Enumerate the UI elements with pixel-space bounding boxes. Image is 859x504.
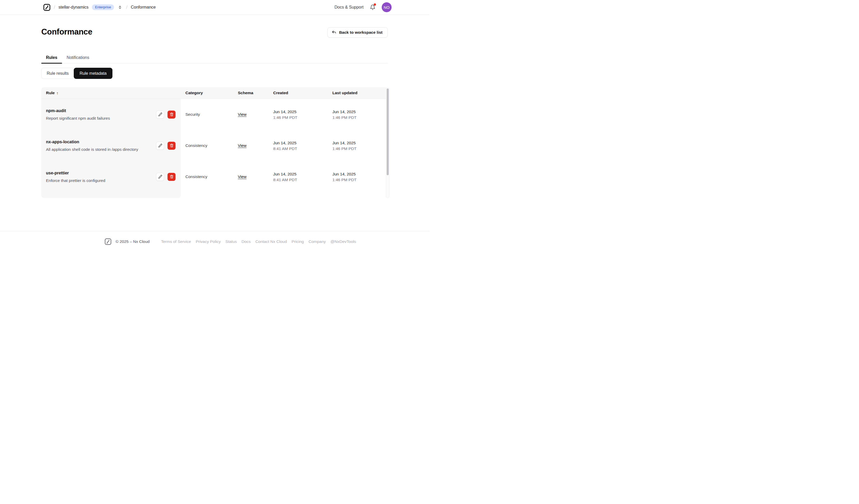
updated-time: 1:46 PM PDT — [332, 146, 357, 151]
column-header-category[interactable]: Category — [181, 91, 233, 95]
footer-link-company[interactable]: Company — [308, 239, 326, 244]
schema-view-link[interactable]: View — [238, 174, 246, 179]
notifications-button[interactable] — [370, 4, 376, 10]
notification-dot — [374, 3, 376, 6]
rule-metadata-button[interactable]: Rule metadata — [74, 68, 112, 79]
rule-name: npm-audit — [46, 108, 110, 113]
scrollbar-thumb[interactable] — [387, 89, 389, 175]
breadcrumb-separator: / — [54, 4, 55, 10]
column-header-schema[interactable]: Schema — [233, 91, 269, 95]
schema-view-link[interactable]: View — [238, 143, 246, 148]
schema-view-link[interactable]: View — [238, 112, 246, 117]
created-time: 8:41 AM PDT — [273, 177, 297, 182]
footer-link-docs[interactable]: Docs — [241, 239, 251, 244]
footer-link-pricing[interactable]: Pricing — [291, 239, 304, 244]
updated-date: Jun 14, 2025 — [332, 109, 357, 114]
tab-rules[interactable]: Rules — [41, 55, 62, 63]
table-header-row: Rule ↑ Category Schema Created Last upda… — [41, 87, 388, 99]
rule-name: use-prettier — [46, 170, 105, 176]
updated-date: Jun 14, 2025 — [332, 171, 357, 177]
trash-icon — [169, 143, 174, 148]
pencil-icon — [158, 175, 162, 179]
footer: © 2025 – Nx Cloud Terms of Service Priva… — [0, 231, 430, 252]
footer-link-contact[interactable]: Contact Nx Cloud — [255, 239, 287, 244]
pencil-icon — [158, 143, 162, 148]
breadcrumb-page: Conformance — [131, 5, 156, 10]
tab-bar: Rules Notifications — [41, 55, 388, 63]
rule-view-toggle: Rule results Rule metadata — [41, 68, 112, 79]
created-date: Jun 14, 2025 — [273, 140, 297, 146]
rule-category: Consistency — [181, 161, 233, 192]
delete-rule-button[interactable] — [167, 142, 176, 150]
trash-icon — [169, 175, 174, 179]
column-header-rule[interactable]: Rule ↑ — [41, 91, 181, 95]
table-row: nx-apps-location All application shell c… — [41, 130, 388, 161]
breadcrumb-workspace[interactable]: stellar-dynamics — [58, 5, 89, 10]
updated-time: 1:46 PM PDT — [332, 177, 357, 182]
breadcrumb-separator: / — [126, 4, 127, 10]
top-nav: / stellar-dynamics Enterprise / Conforma… — [0, 0, 430, 15]
table-row: npm-audit Report significant npm audit f… — [41, 99, 388, 130]
docs-support-link[interactable]: Docs & Support — [334, 5, 364, 10]
created-date: Jun 14, 2025 — [273, 109, 297, 114]
footer-link-terms[interactable]: Terms of Service — [161, 239, 191, 244]
main-content: Conformance Back to workspace list Rules… — [0, 15, 430, 231]
plan-badge: Enterprise — [92, 4, 114, 10]
breadcrumb: / stellar-dynamics Enterprise / Conforma… — [43, 4, 156, 11]
back-arrow-icon — [332, 30, 336, 35]
footer-link-status[interactable]: Status — [225, 239, 237, 244]
edit-rule-button[interactable] — [156, 142, 164, 150]
tab-notifications[interactable]: Notifications — [62, 55, 94, 63]
avatar[interactable]: NO — [382, 2, 392, 12]
footer-link-twitter[interactable]: @NxDevTools — [331, 239, 356, 244]
rule-description: Report significant npm audit failures — [46, 116, 110, 121]
table-row: use-prettier Enforce that prettier is co… — [41, 161, 388, 192]
edit-rule-button[interactable] — [156, 173, 164, 181]
updated-time: 1:46 PM PDT — [332, 115, 357, 120]
page-title: Conformance — [41, 27, 92, 36]
footer-link-privacy[interactable]: Privacy Policy — [196, 239, 221, 244]
footer-links: Terms of Service Privacy Policy Status D… — [161, 239, 356, 244]
back-to-workspace-list-button[interactable]: Back to workspace list — [328, 27, 388, 37]
created-date: Jun 14, 2025 — [273, 171, 297, 177]
created-time: 1:46 PM PDT — [273, 115, 297, 120]
nav-actions: Docs & Support NO — [334, 2, 392, 12]
nx-logo-icon[interactable] — [43, 4, 50, 11]
created-time: 8:41 AM PDT — [273, 146, 297, 151]
column-header-last-updated[interactable]: Last updated — [328, 91, 388, 95]
workspace-switcher-icon[interactable] — [118, 5, 122, 9]
column-label: Rule — [46, 91, 55, 95]
rule-name: nx-apps-location — [46, 139, 138, 144]
delete-rule-button[interactable] — [167, 110, 176, 119]
rule-category: Consistency — [181, 130, 233, 161]
column-header-created[interactable]: Created — [269, 91, 328, 95]
pencil-icon — [158, 112, 162, 117]
trash-icon — [169, 112, 174, 117]
rule-category: Security — [181, 99, 233, 130]
sort-asc-icon: ↑ — [57, 91, 59, 95]
table-scrollbar[interactable] — [386, 87, 390, 198]
rule-description: Enforce that prettier is configured — [46, 178, 105, 183]
edit-rule-button[interactable] — [156, 110, 164, 119]
copyright: © 2025 – Nx Cloud — [116, 239, 150, 244]
nx-logo-footer-icon — [105, 238, 111, 245]
updated-date: Jun 14, 2025 — [332, 140, 357, 146]
rule-results-button[interactable]: Rule results — [41, 68, 74, 79]
delete-rule-button[interactable] — [167, 173, 176, 181]
table-rule-column-tail — [41, 192, 181, 198]
rules-table: Rule ↑ Category Schema Created Last upda… — [41, 87, 388, 198]
rule-description: All application shell code is stored in … — [46, 147, 138, 152]
back-button-label: Back to workspace list — [339, 30, 382, 35]
